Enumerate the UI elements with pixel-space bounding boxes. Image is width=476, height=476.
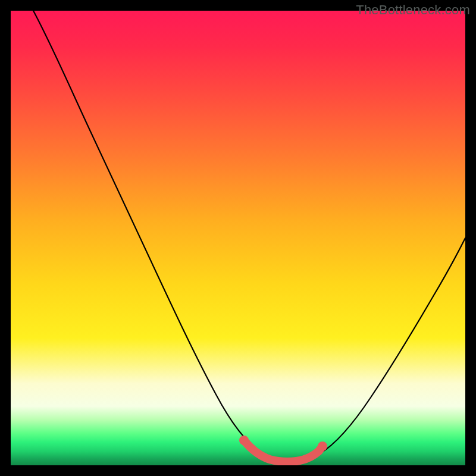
highlight-start-dot: [239, 436, 249, 445]
optimal-zone-highlight-path: [244, 440, 322, 462]
watermark-text: TheBottleneck.com: [356, 2, 470, 18]
curve-layer: [11, 11, 465, 465]
bottleneck-curve-path: [33, 11, 465, 461]
plot-area: [11, 11, 465, 465]
highlight-end-dot: [318, 441, 327, 451]
chart-frame: TheBottleneck.com: [0, 0, 476, 476]
